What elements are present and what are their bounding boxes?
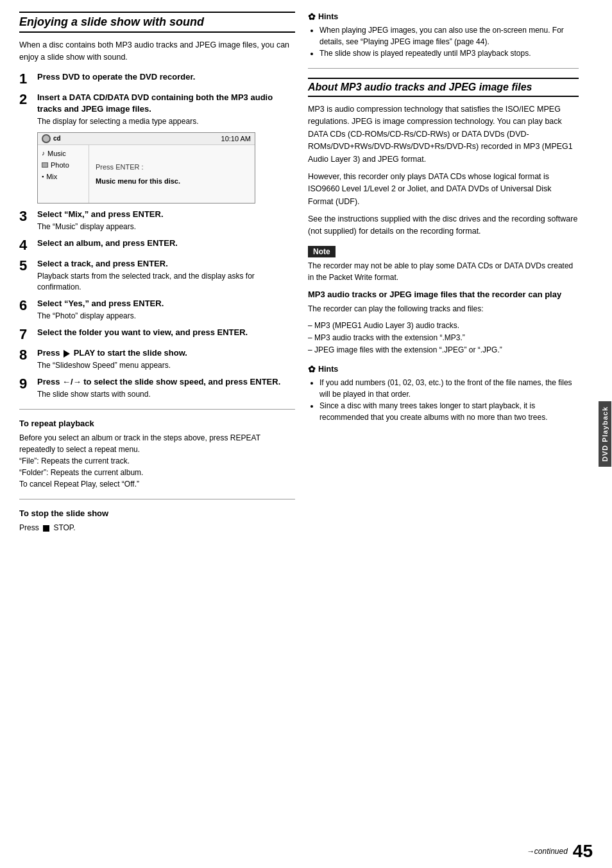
display-box: cd 10:10 AM ♪ Music <box>37 132 255 204</box>
step-4: 4 Select an album, and press ENTER. <box>19 238 295 253</box>
step-6-sub: The “Photo” display appears. <box>37 311 295 322</box>
footer-bar: →continued 45 <box>527 841 593 862</box>
steps-list: 1 Press DVD to operate the DVD recorder.… <box>19 71 295 400</box>
step-2: 2 Insert a DATA CD/DATA DVD containing b… <box>19 92 295 127</box>
spacer <box>308 356 579 364</box>
menu-photo-label: Photo <box>51 161 69 169</box>
side-tab-label: DVD Playback <box>599 401 611 467</box>
display-box-body: ♪ Music Photo ▪ Mix <box>38 145 255 203</box>
step-6-main: Select “Yes,” and press ENTER. <box>37 298 295 309</box>
step-9-content: Press ←/→ to select the slide show speed… <box>37 376 295 400</box>
cd-label-icon: cd <box>53 135 61 142</box>
side-tab: DVD Playback <box>598 0 612 868</box>
step-6: 6 Select “Yes,” and press ENTER. The “Ph… <box>19 298 295 322</box>
left-section-title: Enjoying a slide show with sound <box>19 12 295 33</box>
step-3: 3 Select “Mix,” and press ENTER. The “Mu… <box>19 209 295 232</box>
hints-list-top: When playing JPEG images, you can also u… <box>308 24 579 59</box>
repeat-playback-text: Before you select an album or track in t… <box>19 432 295 490</box>
display-time: 10:10 AM <box>221 135 251 143</box>
step-5: 5 Select a track, and press ENTER. Playb… <box>19 258 295 293</box>
hint2-item-2: Since a disc with many trees takes longe… <box>319 400 579 423</box>
step-2-sub: The display for selecting a media type a… <box>37 116 295 127</box>
step-3-main: Select “Mix,” and press ENTER. <box>37 209 295 220</box>
step-9: 9 Press ←/→ to select the slide show spe… <box>19 376 295 400</box>
step-2-num: 2 <box>19 92 37 107</box>
display-box-icons: cd <box>42 134 61 143</box>
step-3-content: Select “Mix,” and press ENTER. The “Musi… <box>37 209 295 232</box>
hints-block-bottom: ✿ Hints If you add numbers (01, 02, 03, … <box>308 364 579 423</box>
mp3-items-list: MP3 (MPEG1 Audio Layer 3) audio tracks. … <box>308 320 579 357</box>
right-section-title: About MP3 audio tracks and JPEG image fi… <box>308 78 579 97</box>
right-divider-1 <box>308 68 579 69</box>
display-hint-label: Press ENTER : <box>96 163 248 171</box>
display-box-container: cd 10:10 AM ♪ Music <box>19 132 295 204</box>
menu-photo: Photo <box>38 159 89 171</box>
note-text: The recorder may not be able to play som… <box>308 260 579 283</box>
step-2-main: Insert a DATA CD/DATA DVD containing bot… <box>37 92 295 115</box>
page-container: Enjoying a slide show with sound When a … <box>0 0 612 868</box>
hints-block-top: ✿ Hints When playing JPEG images, you ca… <box>308 12 579 59</box>
step-5-sub: Playback starts from the selected track,… <box>37 271 295 293</box>
step-9-sub: The slide show starts with sound. <box>37 389 295 400</box>
step-9-num: 9 <box>19 376 37 392</box>
mp3-item-3: JPEG image files with the extension “.JP… <box>308 344 579 356</box>
hints-title-bottom: Hints <box>318 365 338 374</box>
step-9-main: Press ←/→ to select the slide show speed… <box>37 376 295 388</box>
menu-music-label: Music <box>47 150 66 157</box>
step-7-num: 7 <box>19 327 37 342</box>
music-icon: ♪ <box>42 150 45 157</box>
page-number: 45 <box>573 841 593 862</box>
photo-icon <box>42 162 48 168</box>
hints-list-bottom: If you add numbers (01, 02, 03, etc.) to… <box>308 377 579 423</box>
divider-2 <box>19 499 295 499</box>
intro-text: When a disc contains both MP3 audio trac… <box>19 39 295 64</box>
display-main-text: Music menu for this disc. <box>96 177 248 185</box>
step-5-num: 5 <box>19 258 37 273</box>
hints-gear-icon: ✿ <box>308 12 316 22</box>
step-6-num: 6 <box>19 298 37 313</box>
step-7-main: Select the folder you want to view, and … <box>37 327 295 338</box>
step-8-main: Press PLAY to start the slide show. <box>37 347 295 359</box>
step-5-main: Select a track, and press ENTER. <box>37 258 295 270</box>
step-1-content: Press DVD to operate the DVD recorder. <box>37 71 295 83</box>
menu-mix-label: Mix <box>46 173 57 180</box>
step-8: 8 Press PLAY to start the slide show. Th… <box>19 347 295 371</box>
divider-1 <box>19 409 295 410</box>
menu-mix: ▪ Mix <box>38 171 89 182</box>
step-4-content: Select an album, and press ENTER. <box>37 238 295 249</box>
step-2-content: Insert a DATA CD/DATA DVD containing bot… <box>37 92 295 127</box>
step-8-num: 8 <box>19 347 37 363</box>
step-6-content: Select “Yes,” and press ENTER. The “Phot… <box>37 298 295 322</box>
hints-gear-icon-2: ✿ <box>308 364 316 374</box>
mp3-item-2: MP3 audio tracks with the extension “.MP… <box>308 332 579 344</box>
stop-suffix: STOP. <box>53 523 75 532</box>
repeat-playback-title: To repeat playback <box>19 419 295 428</box>
hint2-item-1: If you add numbers (01, 02, 03, etc.) to… <box>319 377 579 400</box>
step-1-num: 1 <box>19 71 37 87</box>
mp3-para-2: However, this recorder only plays DATA C… <box>308 171 579 208</box>
step-7: 7 Select the folder you want to view, an… <box>19 327 295 342</box>
note-label: Note <box>308 246 336 257</box>
stop-slide-show-title: To stop the slide show <box>19 508 295 518</box>
cd-circle-icon <box>42 134 51 143</box>
right-body: MP3 is audio compression technology that… <box>308 103 579 238</box>
note-block: Note The recorder may not be able to pla… <box>308 246 579 283</box>
stop-press-label: Press <box>19 523 39 532</box>
hints-header-bottom: ✿ Hints <box>308 364 579 374</box>
stop-slide-show-text: Press STOP. <box>19 522 295 534</box>
step-7-content: Select the folder you want to view, and … <box>37 327 295 338</box>
step-8-sub: The “Slideshow Speed” menu appears. <box>37 360 295 371</box>
play-icon <box>64 350 70 358</box>
step-8-content: Press PLAY to start the slide show. The … <box>37 347 295 371</box>
hints-header-top: ✿ Hints <box>308 12 579 22</box>
stop-icon <box>43 525 49 532</box>
step-5-content: Select a track, and press ENTER. Playbac… <box>37 258 295 293</box>
mp3-section-title: MP3 audio tracks or JPEG image files tha… <box>308 290 579 299</box>
left-column: Enjoying a slide show with sound When a … <box>19 12 295 856</box>
main-content: Enjoying a slide show with sound When a … <box>0 0 598 868</box>
mp3-item-1: MP3 (MPEG1 Audio Layer 3) audio tracks. <box>308 320 579 332</box>
step-3-num: 3 <box>19 209 37 224</box>
step-1: 1 Press DVD to operate the DVD recorder. <box>19 71 295 87</box>
step-4-num: 4 <box>19 238 37 253</box>
hint-item-1: When playing JPEG images, you can also u… <box>319 24 579 48</box>
